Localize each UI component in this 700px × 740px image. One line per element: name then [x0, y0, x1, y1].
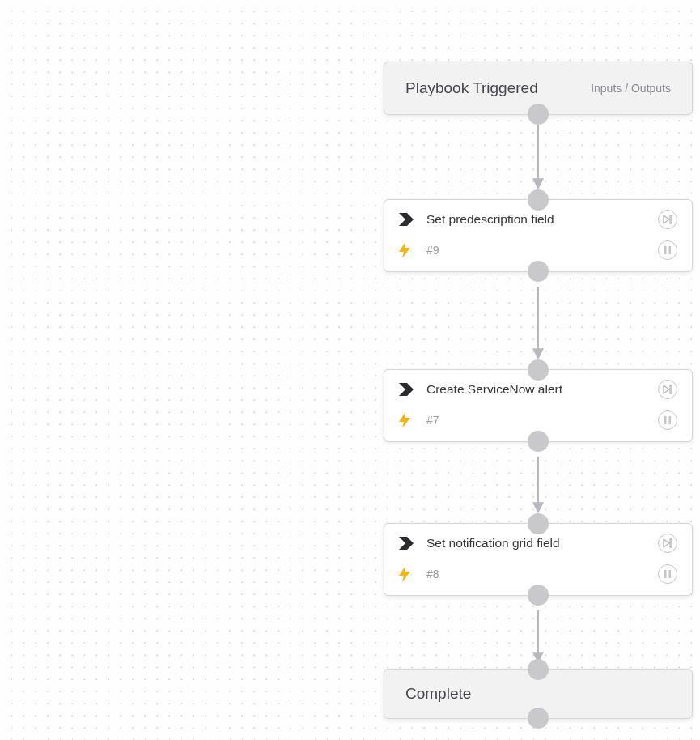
playbook-canvas[interactable]: Playbook Triggered Inputs / Outputs Set … — [0, 0, 700, 740]
chevron-icon — [399, 537, 417, 550]
complete-node[interactable]: Complete — [384, 669, 693, 719]
port-out[interactable] — [528, 261, 549, 282]
step-id: #9 — [426, 244, 653, 257]
step-node-2[interactable]: Create ServiceNow alert #7 — [384, 369, 693, 442]
step-node-3[interactable]: Set notification grid field #8 — [384, 523, 693, 596]
step-id: #8 — [426, 568, 653, 581]
trigger-node[interactable]: Playbook Triggered Inputs / Outputs — [384, 62, 693, 115]
trigger-title: Playbook Triggered — [405, 79, 538, 97]
skip-button[interactable] — [658, 380, 677, 399]
bolt-icon — [399, 242, 417, 258]
step-title: Set notification grid field — [426, 536, 653, 551]
skip-button[interactable] — [658, 534, 677, 553]
port-out[interactable] — [528, 708, 549, 729]
step-title: Create ServiceNow alert — [426, 382, 653, 397]
step-node-1[interactable]: Set predescription field #9 — [384, 199, 693, 272]
port-in[interactable] — [528, 659, 549, 680]
chevron-icon — [399, 383, 417, 396]
port-out[interactable] — [528, 431, 549, 452]
bolt-icon — [399, 412, 417, 428]
inputs-outputs-link[interactable]: Inputs / Outputs — [591, 82, 671, 95]
port-in[interactable] — [528, 189, 549, 211]
port-out[interactable] — [528, 104, 549, 125]
step-title: Set predescription field — [426, 212, 653, 227]
bolt-icon — [399, 566, 417, 582]
complete-title: Complete — [405, 685, 471, 703]
pause-button[interactable] — [658, 240, 677, 260]
port-out[interactable] — [528, 585, 549, 606]
chevron-icon — [399, 213, 417, 226]
port-in[interactable] — [528, 513, 549, 534]
port-in[interactable] — [528, 359, 549, 381]
step-id: #7 — [426, 414, 653, 427]
skip-button[interactable] — [658, 210, 677, 229]
pause-button[interactable] — [658, 410, 677, 430]
pause-button[interactable] — [658, 564, 677, 584]
